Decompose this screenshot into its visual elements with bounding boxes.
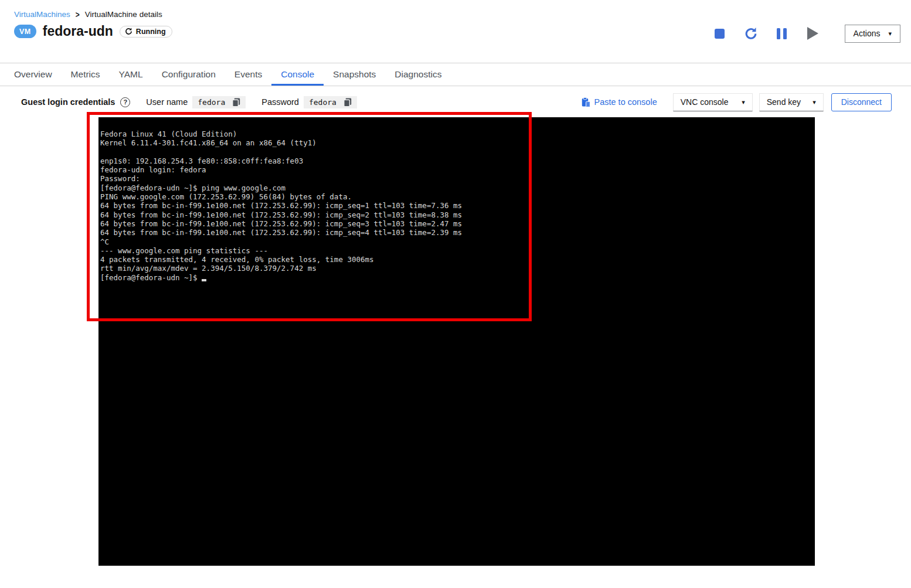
vm-details-page: VirtualMachines > VirtualMachine details… [0, 0, 911, 588]
vm-status-label: Running [136, 28, 166, 36]
title-row: VM fedora-udn Running [14, 23, 172, 39]
console-controls: Paste to console VNC console ▾ Send key … [582, 93, 892, 111]
caret-down-icon: ▾ [742, 99, 745, 106]
vnc-console-screen[interactable]: Fedora Linux 41 (Cloud Edition) Kernel 6… [98, 117, 815, 566]
send-key-select[interactable]: Send key ▾ [759, 93, 824, 111]
actions-menu-label: Actions [854, 29, 881, 38]
page-title: fedora-udn [43, 23, 113, 39]
console-toolbar-row: Guest login credentials ? User name fedo… [21, 92, 892, 112]
username-value: fedora [198, 98, 225, 107]
copy-icon [344, 98, 352, 107]
tab-configuration[interactable]: Configuration [152, 63, 225, 86]
guest-credentials: Guest login credentials ? User name fedo… [21, 96, 357, 108]
tab-bar: Overview Metrics YAML Configuration Even… [0, 63, 911, 86]
restart-button[interactable] [745, 26, 757, 40]
breadcrumb-current: VirtualMachine details [85, 10, 162, 19]
vm-kind-badge: VM [14, 25, 36, 38]
tab-events[interactable]: Events [225, 63, 271, 86]
stop-icon [715, 29, 725, 39]
send-key-label: Send key [767, 97, 801, 107]
console-type-value: VNC console [681, 97, 729, 107]
terminal-text: Fedora Linux 41 (Cloud Edition) Kernel 6… [100, 130, 462, 282]
guest-credentials-title: Guest login credentials [21, 97, 115, 107]
tab-diagnostics[interactable]: Diagnostics [385, 63, 451, 86]
copy-password-button[interactable] [344, 98, 352, 107]
password-chip: fedora [304, 96, 357, 108]
tab-snapshots[interactable]: Snapshots [324, 63, 385, 86]
breadcrumb-link-virtualmachines[interactable]: VirtualMachines [14, 10, 70, 19]
restart-icon [745, 27, 757, 40]
tab-overview[interactable]: Overview [5, 63, 62, 86]
actions-menu-button[interactable]: Actions ▾ [845, 25, 900, 43]
breadcrumb-separator-icon: > [76, 9, 80, 19]
paste-to-console-button[interactable]: Paste to console [582, 97, 657, 107]
username-label: User name [146, 97, 188, 107]
caret-down-icon: ▾ [813, 99, 816, 106]
username-chip: fedora [192, 96, 246, 108]
header-actions: Actions ▾ [713, 23, 900, 43]
sync-icon [125, 28, 132, 35]
tab-console[interactable]: Console [271, 63, 324, 86]
tab-yaml[interactable]: YAML [110, 63, 152, 86]
password-value: fedora [309, 98, 336, 107]
password-label: Password [261, 97, 299, 107]
vm-status-badge[interactable]: Running [120, 26, 172, 38]
pause-icon [777, 28, 787, 39]
pause-button[interactable] [776, 26, 788, 40]
help-icon[interactable]: ? [120, 97, 130, 107]
copy-icon [232, 98, 240, 107]
breadcrumb: VirtualMachines > VirtualMachine details [14, 10, 162, 19]
terminal-cursor [202, 279, 206, 281]
copy-username-button[interactable] [232, 98, 240, 107]
caret-down-icon: ▾ [888, 30, 892, 37]
play-button[interactable] [807, 26, 820, 40]
disconnect-button[interactable]: Disconnect [831, 93, 892, 111]
paste-icon [582, 97, 590, 107]
paste-to-console-label: Paste to console [594, 97, 657, 107]
play-icon [807, 27, 818, 40]
terminal-output: Fedora Linux 41 (Cloud Edition) Kernel 6… [98, 117, 815, 282]
stop-button[interactable] [713, 26, 726, 40]
tab-metrics[interactable]: Metrics [62, 63, 110, 86]
console-type-select[interactable]: VNC console ▾ [673, 93, 753, 111]
